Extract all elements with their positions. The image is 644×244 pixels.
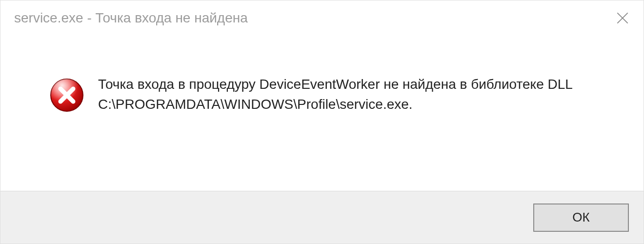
titlebar: service.exe - Точка входа не найдена bbox=[0, 0, 644, 36]
close-icon bbox=[615, 10, 630, 26]
button-row: ОК bbox=[0, 191, 644, 244]
error-icon bbox=[49, 78, 84, 113]
close-button[interactable] bbox=[611, 7, 634, 29]
error-message: Точка входа в процедуру DeviceEventWorke… bbox=[98, 75, 610, 114]
error-dialog: service.exe - Точка входа не найдена bbox=[0, 0, 644, 244]
dialog-content: Точка входа в процедуру DeviceEventWorke… bbox=[0, 36, 644, 191]
dialog-title: service.exe - Точка входа не найдена bbox=[14, 10, 248, 26]
ok-button[interactable]: ОК bbox=[533, 203, 629, 232]
